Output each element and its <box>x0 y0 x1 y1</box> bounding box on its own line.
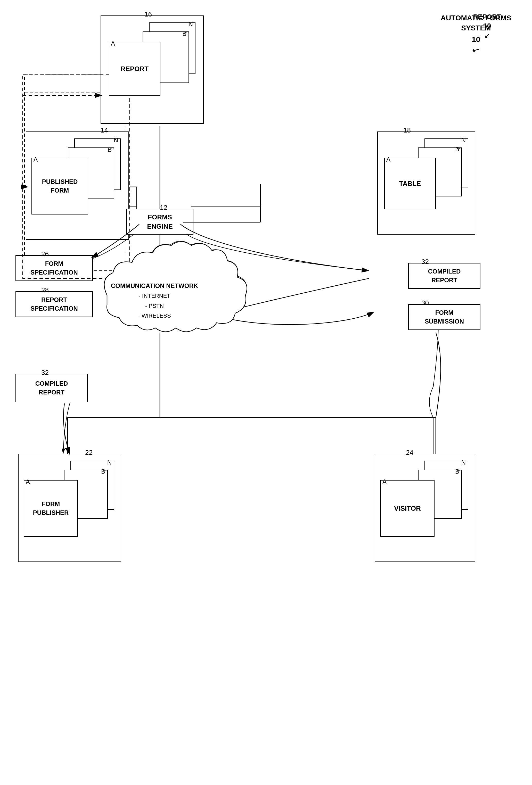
published-form-outer-box: N ··· B PUBLISHEDFORM A <box>26 131 129 240</box>
report-number: 16 <box>145 10 152 18</box>
form-specification-box: FORMSPECIFICATION <box>16 255 93 281</box>
system-title: AUTOMATIC FORMSSYSTEM 10 ↙ <box>441 13 511 55</box>
table-number: 18 <box>403 126 411 134</box>
table-outer-box: N ··· B TABLE A <box>377 131 475 235</box>
forms-engine-box: FORMSENGINE <box>126 209 194 235</box>
compiled-report-upper-box: COMPILEDREPORT <box>408 263 480 289</box>
communication-network-label: COMMUNICATION NETWORK - INTERNET - PSTN … <box>111 281 198 321</box>
visitor-outer-box: N ··· B VISITOR A <box>375 454 475 562</box>
form-publisher-outer-box: N ··· B FORMPUBLISHER A <box>18 454 121 562</box>
report-outer-box: N ··· B REPORT A <box>101 16 204 124</box>
form-specification-number: 26 <box>41 250 49 258</box>
form-submission-number: 30 <box>421 299 429 307</box>
compiled-report-upper-number: 32 <box>421 258 429 266</box>
report-specification-box: REPORTSPECIFICATION <box>16 291 93 317</box>
forms-engine-number: 12 <box>160 204 167 212</box>
form-submission-box: FORMSUBMISSION <box>408 304 480 330</box>
network-number: 20 <box>214 273 222 281</box>
visitor-number: 24 <box>406 449 413 457</box>
form-publisher-number: 22 <box>85 449 93 457</box>
compiled-report-lower-number: 32 <box>41 369 49 377</box>
report-specification-number: 28 <box>41 286 49 294</box>
compiled-report-lower-box: COMPILEDREPORT <box>16 374 88 402</box>
diagram-container: REPORT 10 ↙ N ··· B REPORT A 16 N ··· B <box>0 0 532 785</box>
published-form-number: 14 <box>101 126 108 134</box>
